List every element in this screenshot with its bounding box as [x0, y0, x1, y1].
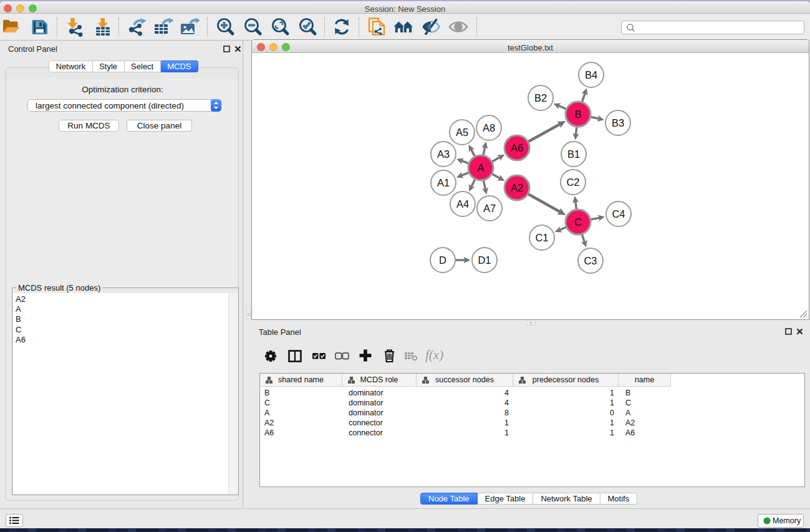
- svg-text:B4: B4: [585, 69, 597, 80]
- svg-text:D: D: [439, 254, 446, 266]
- svg-text:A: A: [477, 162, 484, 173]
- svg-text:A7: A7: [483, 203, 496, 214]
- svg-text:C1: C1: [535, 232, 548, 243]
- svg-text:B: B: [574, 109, 581, 120]
- svg-text:A8: A8: [483, 122, 495, 133]
- svg-text:A2: A2: [511, 182, 523, 193]
- svg-text:A6: A6: [511, 142, 523, 153]
- svg-text:C2: C2: [566, 177, 579, 188]
- svg-text:C: C: [574, 216, 582, 228]
- svg-text:D1: D1: [478, 254, 491, 266]
- svg-text:A1: A1: [437, 177, 450, 188]
- svg-text:B2: B2: [534, 92, 547, 104]
- svg-text:C3: C3: [584, 255, 597, 266]
- svg-text:A4: A4: [456, 198, 469, 210]
- svg-text:B3: B3: [612, 117, 624, 128]
- svg-text:A3: A3: [437, 148, 450, 160]
- svg-text:B1: B1: [567, 148, 580, 160]
- svg-text:C4: C4: [612, 208, 625, 220]
- svg-text:A5: A5: [456, 127, 468, 138]
